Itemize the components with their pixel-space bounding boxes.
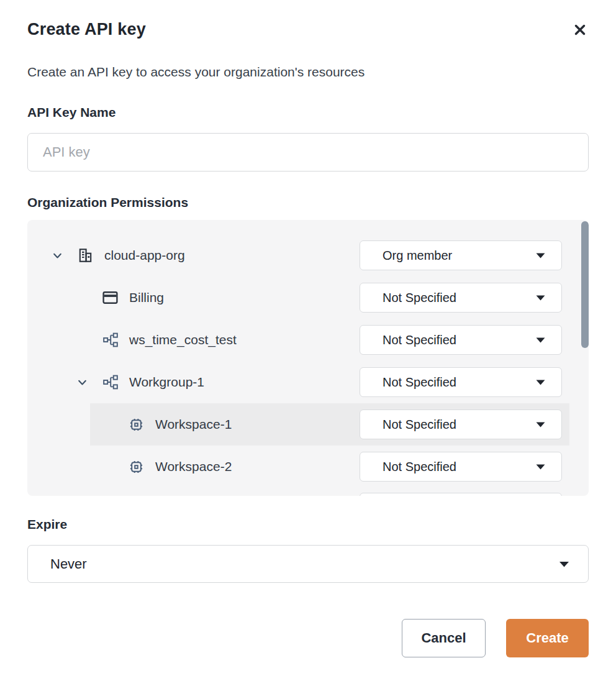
tree-row[interactable]: Workspace-2 Not Specified (27, 446, 589, 488)
tree-row-left: ws_time_cost_test (27, 332, 360, 348)
tree-item-label: Workspace-2 (155, 459, 232, 474)
caret-down-icon (536, 295, 545, 301)
tree-row[interactable]: cloud-app-org Org member (27, 234, 589, 277)
permission-value: Not Specified (383, 291, 456, 305)
tree-item-label: Workgroup-1 (129, 375, 204, 390)
organization-permissions-label: Organization Permissions (27, 194, 589, 210)
permission-value: Not Specified (383, 333, 456, 347)
permission-select[interactable]: Not Specified (360, 283, 562, 313)
caret-down-icon (536, 337, 545, 343)
tree-row-left: Workgroup-1 (27, 374, 360, 390)
expire-value: Never (50, 556, 87, 572)
permissions-tree-panel: cloud-app-org Org member Billing Not Spe… (27, 220, 589, 496)
scrollbar-thumb[interactable] (581, 221, 589, 348)
tree-item-label: Billing (129, 290, 164, 305)
caret-down-icon (559, 561, 569, 567)
chevron-down-icon[interactable] (77, 377, 88, 388)
tree-row-left: Billing (27, 290, 360, 305)
api-key-name-label: API Key Name (27, 104, 589, 120)
modal-title: Create API key (27, 20, 146, 39)
permission-select[interactable]: Not Specified (360, 367, 562, 397)
billing-card-icon (102, 290, 119, 305)
create-button[interactable]: Create (506, 619, 589, 657)
caret-down-icon (536, 253, 545, 258)
organization-icon (77, 247, 94, 263)
permission-value: Not Specified (383, 418, 456, 432)
permission-select[interactable] (360, 493, 562, 496)
cancel-button[interactable]: Cancel (402, 619, 486, 657)
tree-row[interactable]: Workgroup-1 Not Specified (27, 361, 589, 403)
workspace-chip-icon (128, 459, 145, 475)
modal-footer: Cancel Create (27, 619, 589, 657)
tree-row[interactable]: Workspace-1 Not Specified (27, 403, 589, 446)
workspace-chip-icon (128, 417, 145, 432)
caret-down-icon (536, 380, 545, 385)
permission-select[interactable]: Not Specified (360, 325, 562, 355)
tree-row-left: cloud-app-org (27, 247, 360, 263)
permissions-tree: cloud-app-org Org member Billing Not Spe… (27, 234, 589, 496)
expire-select[interactable]: Never (27, 545, 589, 583)
permission-select[interactable]: Not Specified (360, 409, 562, 439)
caret-down-icon (536, 422, 545, 428)
close-icon (572, 22, 588, 38)
modal-subtitle: Create an API key to access your organiz… (27, 64, 589, 80)
close-button[interactable] (571, 21, 589, 39)
tree-row-left: Workspace-1 (27, 417, 360, 432)
tree-row-left: Workspace-2 (27, 459, 360, 475)
tree-item-label: ws_time_cost_test (129, 332, 237, 347)
workgroup-icon (102, 332, 119, 348)
tree-row[interactable]: Billing Not Specified (27, 277, 589, 319)
chevron-down-icon[interactable] (52, 250, 63, 261)
permission-select[interactable]: Not Specified (360, 452, 562, 482)
tree-row-partial[interactable] (27, 488, 589, 496)
create-api-key-modal: Create API key Create an API key to acce… (0, 0, 616, 686)
modal-header: Create API key (27, 20, 589, 39)
permission-select[interactable]: Org member (360, 240, 562, 270)
tree-item-label: cloud-app-org (104, 248, 185, 263)
tree-item-label: Workspace-1 (155, 417, 232, 432)
caret-down-icon (536, 464, 545, 470)
expire-label: Expire (27, 516, 589, 532)
workgroup-icon (102, 374, 119, 390)
permission-value: Not Specified (383, 460, 456, 474)
permission-value: Org member (383, 249, 452, 263)
api-key-name-input[interactable] (27, 133, 589, 172)
permission-value: Not Specified (383, 375, 456, 390)
tree-row[interactable]: ws_time_cost_test Not Specified (27, 319, 589, 361)
